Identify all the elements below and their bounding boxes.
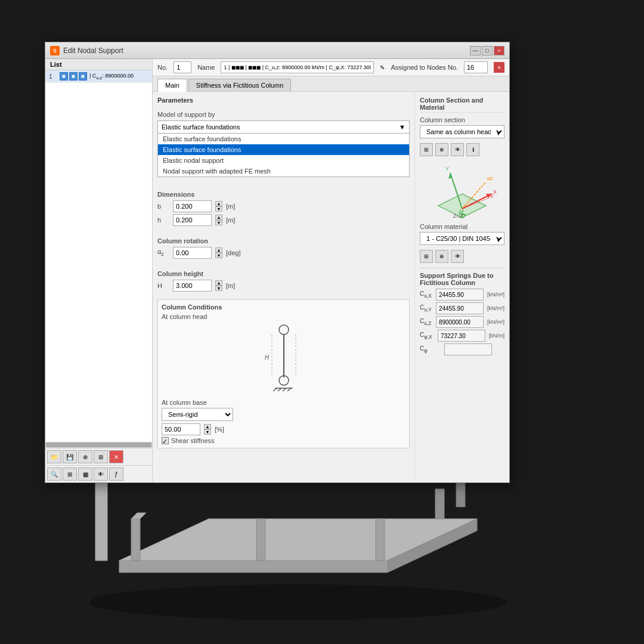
rotation-title: Column rotation bbox=[157, 237, 410, 244]
spring-value-1[interactable] bbox=[436, 302, 484, 314]
H-arrows: ▲ ▼ bbox=[215, 280, 222, 291]
az-unit: [deg] bbox=[226, 249, 240, 256]
maximize-button[interactable]: □ bbox=[482, 46, 493, 55]
params-title: Parameters bbox=[157, 97, 410, 104]
top-bar: No. Name ✎ Assigned to Nodes No. × bbox=[153, 59, 509, 76]
col-section-select[interactable]: Same as column head bbox=[420, 125, 504, 138]
name-input[interactable] bbox=[221, 61, 374, 73]
close-button[interactable]: × bbox=[494, 46, 504, 55]
no-input[interactable] bbox=[174, 61, 191, 73]
b-input[interactable] bbox=[173, 200, 212, 212]
base-percent-row: ▲ ▼ [%] bbox=[162, 423, 405, 435]
material-copy-icon[interactable]: ⊕ bbox=[435, 250, 448, 263]
dimensions-section: Dimensions b ▲ ▼ [m] h bbox=[157, 187, 410, 231]
spring-value-0[interactable] bbox=[436, 289, 484, 301]
base-percent-down[interactable]: ▼ bbox=[204, 429, 211, 435]
section-info-icon[interactable]: ℹ bbox=[466, 143, 479, 156]
option-elastic-nodal[interactable]: Elastic nodal support bbox=[158, 155, 409, 166]
delete-button[interactable]: ✕ bbox=[109, 450, 123, 463]
spring-label-0: Cu,X bbox=[420, 290, 432, 299]
select-button[interactable]: ▦ bbox=[78, 467, 92, 481]
H-row: H ▲ ▼ [m] bbox=[157, 280, 410, 292]
b-down-arrow[interactable]: ▼ bbox=[215, 206, 222, 212]
col-section-title: Column Section and Material bbox=[420, 97, 504, 113]
horizontal-scrollbar[interactable] bbox=[45, 442, 152, 448]
dropdown-header[interactable]: Elastic surface foundations ▼ bbox=[157, 120, 410, 134]
az-up-arrow[interactable]: ▲ bbox=[215, 247, 222, 253]
model-dropdown[interactable]: Elastic surface foundations ▼ Elastic su… bbox=[157, 120, 410, 134]
material-view-icon[interactable]: 👁 bbox=[451, 250, 464, 263]
window-controls: — □ × bbox=[470, 46, 504, 55]
material-table-icon[interactable]: ⊞ bbox=[420, 250, 433, 263]
az-label: αz bbox=[157, 248, 169, 257]
spring-row-2: Cu,Z [kN/m²] bbox=[420, 316, 504, 328]
tab-main[interactable]: Main bbox=[157, 79, 187, 92]
assigned-input[interactable] bbox=[464, 61, 488, 73]
zoom-button[interactable]: 🔍 bbox=[47, 467, 61, 481]
copy-button[interactable]: ⊕ bbox=[78, 450, 92, 463]
svg-text:X': X' bbox=[490, 194, 494, 199]
az-down-arrow[interactable]: ▼ bbox=[215, 253, 222, 258]
list-item-icons: ◼ ◼ ◼ bbox=[60, 72, 87, 80]
col-material-dropdown-container: 1 - C25/30 | DIN 1045-1:2008-08 ▼ bbox=[420, 232, 504, 249]
h-down-arrow[interactable]: ▼ bbox=[215, 220, 222, 225]
list-item[interactable]: 1 ◼ ◼ ◼ | Cu,z: 8900000.00 bbox=[45, 70, 152, 83]
edit-icon: ✎ bbox=[380, 64, 385, 71]
list-item-label: | Cu,z: 8900000.00 bbox=[89, 73, 134, 80]
column-diagram: H bbox=[162, 324, 405, 395]
spring-value-3[interactable] bbox=[438, 330, 485, 342]
shear-row: ✓ Shear stiffness bbox=[162, 437, 405, 444]
section-table-icon[interactable]: ⊞ bbox=[420, 143, 433, 156]
height-section: Column height H ▲ ▼ [m] bbox=[157, 267, 410, 297]
open-file-button[interactable]: 📁 bbox=[47, 450, 61, 463]
grid-button[interactable]: ⊞ bbox=[63, 467, 77, 481]
H-label: H bbox=[157, 282, 169, 289]
dropdown-list: Elastic surface foundations Elastic surf… bbox=[157, 134, 410, 177]
at-base-label: At column base bbox=[162, 399, 405, 406]
section-copy-icon[interactable]: ⊕ bbox=[435, 143, 448, 156]
tab-stiffness[interactable]: Stiffness via Fictitious Column bbox=[188, 79, 292, 91]
view-button[interactable]: 👁 bbox=[94, 467, 108, 481]
option-elastic-surface[interactable]: Elastic surface foundations bbox=[158, 134, 409, 144]
section-view-icon[interactable]: 👁 bbox=[451, 143, 464, 156]
spring-label-4: Cφ bbox=[420, 345, 441, 354]
right-info-panel: Column Section and Material Column secti… bbox=[415, 92, 509, 482]
col-material-select[interactable]: 1 - C25/30 | DIN 1045-1:2008-08 bbox=[420, 232, 504, 245]
base-type-select[interactable]: Semi-rigid bbox=[162, 408, 233, 421]
tabs-bar: Main Stiffness via Fictitious Column bbox=[153, 76, 509, 92]
base-percent-up[interactable]: ▲ bbox=[204, 424, 211, 429]
svg-marker-4 bbox=[131, 519, 140, 561]
at-head-label: At column head bbox=[162, 313, 405, 320]
springs-section: Support Springs Due to Fictitious Column… bbox=[420, 268, 504, 355]
spring-label-1: Cu,Y bbox=[420, 304, 432, 312]
base-percent-arrows: ▲ ▼ bbox=[204, 424, 211, 435]
formula-button[interactable]: ƒ bbox=[109, 467, 123, 481]
spring-unit-0: [kN/m²] bbox=[487, 292, 504, 298]
option-elastic-surface-2[interactable]: Elastic surface foundations bbox=[158, 144, 409, 155]
spring-value-2[interactable] bbox=[436, 316, 484, 328]
h-up-arrow[interactable]: ▲ bbox=[215, 215, 222, 220]
main-body: Parameters Model of support by Elastic s… bbox=[153, 92, 509, 482]
H-up-arrow[interactable]: ▲ bbox=[215, 280, 222, 286]
H-unit: [m] bbox=[226, 282, 235, 289]
minimize-button[interactable]: — bbox=[470, 46, 481, 55]
col-section-label: Column section bbox=[420, 116, 504, 123]
shear-checkbox[interactable]: ✓ bbox=[162, 437, 169, 444]
col-material-icons: ⊞ ⊕ 👁 bbox=[420, 250, 504, 263]
H-input[interactable] bbox=[173, 280, 212, 292]
rotation-section: Column rotation αz ▲ ▼ [deg] bbox=[157, 234, 410, 264]
spring-row-0: Cu,X [kN/m²] bbox=[420, 289, 504, 301]
base-percent-input[interactable] bbox=[162, 423, 200, 435]
save-button[interactable]: 💾 bbox=[63, 450, 77, 463]
h-input[interactable] bbox=[173, 214, 212, 226]
b-up-arrow[interactable]: ▲ bbox=[215, 201, 222, 206]
add-button[interactable]: ⊞ bbox=[94, 450, 108, 463]
right-panel: No. Name ✎ Assigned to Nodes No. × Main … bbox=[153, 59, 509, 482]
panel-close-button[interactable]: × bbox=[494, 62, 504, 73]
option-nodal-adapted[interactable]: Nodal support with adapted FE mesh bbox=[158, 166, 409, 177]
az-row: αz ▲ ▼ [deg] bbox=[157, 247, 410, 259]
H-down-arrow[interactable]: ▼ bbox=[215, 286, 222, 291]
axis-diagram-svg: Y X αz Z=Z' X' bbox=[420, 161, 504, 221]
spring-value-4[interactable] bbox=[444, 343, 492, 355]
az-input[interactable] bbox=[173, 247, 212, 259]
